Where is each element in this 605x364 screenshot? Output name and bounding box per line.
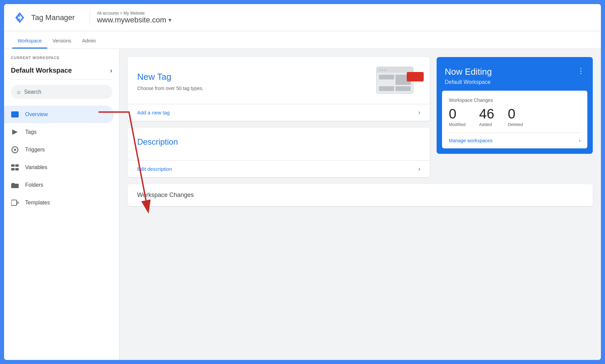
more-options-icon[interactable]: ⋮ — [577, 67, 585, 75]
description-footer[interactable]: Edit description › — [128, 160, 430, 177]
svg-rect-8 — [11, 164, 15, 167]
workspace-name-text: Default Workspace — [11, 67, 72, 74]
svg-marker-5 — [12, 129, 18, 135]
manage-workspaces-chevron-icon: › — [579, 138, 581, 144]
stat-modified-number: 0 — [449, 107, 456, 121]
workspace-section: CURRENT WORKSPACE Default Workspace › — [4, 49, 119, 79]
tab-workspace[interactable]: Workspace — [12, 38, 47, 49]
templates-icon — [11, 199, 19, 207]
svg-rect-14 — [11, 200, 17, 205]
now-editing-header: Now Editing Default Workspace ⋮ — [437, 57, 593, 91]
changes-stats: 0 Modified 46 Added 0 Deleted — [449, 107, 581, 127]
svg-point-7 — [14, 149, 16, 151]
workspace-changes-bottom-card: Workspace Changes — [128, 184, 593, 206]
new-tag-body: New Tag Choose from over 50 tag types. — [128, 57, 430, 104]
now-editing-workspace: Default Workspace — [445, 79, 492, 85]
browser-block-1 — [379, 75, 394, 79]
svg-rect-11 — [15, 168, 19, 170]
tab-admin[interactable]: Admin — [77, 38, 101, 49]
stat-modified: 0 Modified — [449, 107, 465, 127]
sidebar-label-folders: Folders — [25, 182, 43, 188]
breadcrumb: All accounts > My Website www.mywebsite.… — [97, 11, 171, 24]
new-tag-title: New Tag — [137, 72, 203, 82]
tag-manager-logo — [12, 10, 27, 25]
svg-rect-3 — [18, 17, 21, 19]
description-title: Description — [137, 137, 420, 147]
stat-added: 46 Added — [479, 107, 494, 127]
workspace-changes-title: Workspace Changes — [137, 192, 583, 199]
left-panel: New Tag Choose from over 50 tag types. — [128, 57, 430, 177]
header-divider — [90, 11, 90, 24]
new-tag-footer[interactable]: Add a new tag › — [128, 104, 430, 121]
browser-dot-3 — [384, 69, 386, 71]
sidebar: CURRENT WORKSPACE Default Workspace › ⌕ … — [4, 49, 120, 360]
sidebar-label-templates: Templates — [25, 200, 50, 206]
now-editing-card: Now Editing Default Workspace ⋮ Workspac… — [437, 57, 593, 154]
stat-added-number: 46 — [479, 107, 494, 121]
variables-icon — [11, 163, 19, 171]
stat-deleted: 0 Deleted — [508, 107, 523, 127]
sidebar-nav: Overview Tags — [4, 106, 119, 212]
breadcrumb-url-text: www.mywebsite.com — [97, 16, 166, 24]
breadcrumb-path: All accounts > My Website — [97, 11, 171, 16]
workspace-changes-section: Workspace Changes 0 Modified 46 Added — [442, 91, 587, 148]
stat-deleted-label: Deleted — [508, 122, 523, 127]
search-area: ⌕ Search — [4, 79, 119, 104]
stat-modified-label: Modified — [449, 122, 465, 127]
red-tag-icon — [407, 72, 424, 81]
new-tag-text: New Tag Choose from over 50 tag types. — [137, 72, 203, 92]
sidebar-label-triggers: Triggers — [25, 147, 45, 153]
workspace-name-row[interactable]: Default Workspace › — [11, 63, 112, 79]
workspace-changes-label: Workspace Changes — [449, 97, 581, 103]
stat-deleted-number: 0 — [508, 107, 515, 121]
browser-block-3 — [379, 86, 394, 91]
description-body: Description — [128, 128, 430, 160]
manage-workspaces-footer[interactable]: Manage workspaces › — [449, 132, 581, 148]
new-tag-card: New Tag Choose from over 50 tag types. — [128, 57, 430, 121]
browser-dot-2 — [382, 69, 383, 71]
sidebar-label-tags: Tags — [25, 129, 37, 135]
logo-area: Tag Manager — [12, 10, 75, 25]
now-editing-text: Now Editing Default Workspace — [445, 67, 492, 85]
sidebar-item-triggers[interactable]: Triggers — [4, 141, 114, 159]
right-column: Now Editing Default Workspace ⋮ Workspac… — [437, 57, 593, 154]
add-new-tag-link[interactable]: Add a new tag — [137, 110, 170, 115]
content-area: CURRENT WORKSPACE Default Workspace › ⌕ … — [4, 49, 601, 360]
svg-rect-9 — [15, 164, 19, 167]
svg-rect-10 — [11, 168, 15, 170]
folders-icon — [11, 181, 19, 189]
browser-dot-1 — [379, 69, 381, 71]
triggers-icon — [11, 146, 19, 154]
tags-icon — [11, 128, 19, 136]
edit-description-link[interactable]: Edit description — [137, 166, 172, 172]
stat-added-label: Added — [479, 122, 492, 127]
nav-tabs: Workspace Versions Admin — [4, 31, 601, 49]
chevron-down-icon: ▾ — [168, 16, 171, 24]
now-editing-title: Now Editing — [445, 67, 492, 77]
new-tag-description: Choose from over 50 tag types. — [137, 85, 203, 92]
browser-block-4 — [396, 86, 411, 91]
search-icon: ⌕ — [17, 88, 21, 95]
search-input[interactable]: Search — [24, 89, 41, 95]
sidebar-item-folders[interactable]: Folders — [4, 176, 114, 194]
svg-rect-4 — [11, 111, 19, 117]
header: Tag Manager All accounts > My Website ww… — [4, 4, 601, 31]
manage-workspaces-link[interactable]: Manage workspaces — [449, 138, 492, 143]
svg-rect-13 — [11, 184, 14, 185]
overview-icon — [11, 110, 19, 119]
new-tag-illustration — [376, 67, 420, 97]
main-content: New Tag Choose from over 50 tag types. — [120, 49, 601, 360]
sidebar-item-variables[interactable]: Variables — [4, 159, 114, 176]
sidebar-item-tags[interactable]: Tags — [4, 123, 114, 141]
sidebar-label-variables: Variables — [25, 164, 48, 170]
new-tag-chevron-right-icon: › — [418, 109, 420, 116]
sidebar-item-templates[interactable]: Templates — [4, 194, 114, 212]
sidebar-item-overview[interactable]: Overview — [4, 106, 114, 123]
description-card: Description Edit description › — [128, 128, 430, 177]
sidebar-label-overview: Overview — [25, 111, 48, 117]
search-box[interactable]: ⌕ Search — [11, 85, 112, 99]
app-title: Tag Manager — [31, 13, 75, 22]
tab-versions[interactable]: Versions — [47, 38, 77, 49]
description-chevron-right-icon: › — [418, 165, 420, 172]
breadcrumb-url-row[interactable]: www.mywebsite.com ▾ — [97, 16, 171, 24]
